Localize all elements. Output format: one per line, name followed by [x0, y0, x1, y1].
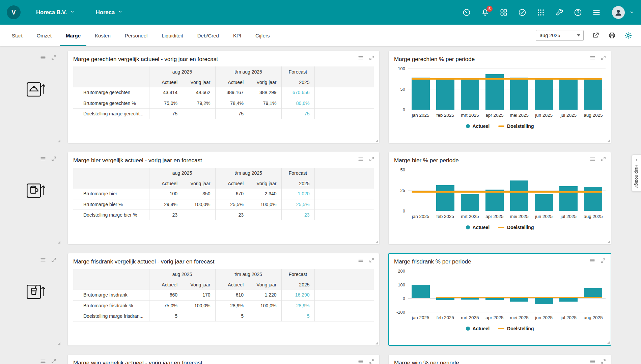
table-header-cell [314, 66, 374, 77]
card-expand-button[interactable] [368, 358, 375, 364]
card-expand-button[interactable] [600, 156, 607, 162]
collapse-chevron-icon: ‹ [636, 157, 638, 162]
card-menu-button[interactable] [40, 156, 46, 162]
card-menu-button[interactable] [40, 257, 46, 263]
resize-handle[interactable] [375, 241, 378, 243]
tab-deb-cred[interactable]: Deb/Cred [190, 25, 226, 46]
card-menu-button[interactable] [358, 156, 364, 162]
tab-kosten[interactable]: Kosten [88, 25, 118, 46]
settings-button[interactable] [624, 31, 632, 39]
tab-kpi[interactable]: KPI [226, 25, 248, 46]
tab-personeel[interactable]: Personeel [118, 25, 155, 46]
table-cell [248, 209, 281, 220]
card-menu-button[interactable] [358, 257, 364, 263]
row-label: Brutomarge frisdrank [73, 290, 149, 300]
card-menu-button[interactable] [358, 358, 364, 364]
tasks-button[interactable] [518, 8, 527, 17]
table-cell [314, 209, 374, 220]
card-expand-button[interactable] [51, 156, 57, 162]
card-menu-button[interactable] [589, 257, 595, 264]
avatar-button[interactable] [612, 6, 625, 19]
resize-handle[interactable] [607, 341, 610, 344]
period-selector[interactable]: aug 2025 [536, 30, 584, 41]
card-menu-button[interactable] [589, 156, 596, 162]
layout-grid-icon [499, 8, 508, 17]
widget-icon-tile [23, 51, 61, 143]
tab-start[interactable]: Start [5, 25, 30, 46]
table-cell [248, 108, 281, 119]
legend-item-actueel[interactable]: Actueel [466, 326, 490, 331]
comparison-table: aug 2025t/m aug 2025ForecastActueelVorig… [73, 168, 374, 220]
resize-handle[interactable] [58, 140, 60, 142]
resize-handle[interactable] [58, 241, 60, 244]
card-menu-button[interactable] [589, 358, 596, 364]
card-expand-button[interactable] [368, 257, 375, 263]
card-expand-button[interactable] [368, 156, 375, 162]
dropdown-caret-icon [577, 34, 580, 36]
card-menu-button[interactable] [589, 55, 596, 61]
tab-marge[interactable]: Marge [59, 25, 88, 46]
card-expand-button[interactable] [368, 55, 375, 61]
table-row: Brutomarge frisdrank6601706101.22016.290 [73, 290, 374, 300]
help-tab[interactable]: ‹ Hulp nodig? [632, 155, 641, 192]
dashboard-selector[interactable]: Horeca [96, 9, 123, 16]
card-menu-button[interactable] [40, 358, 46, 364]
tools-button[interactable] [555, 8, 564, 17]
target-line [436, 297, 603, 298]
card-expand-button[interactable] [600, 55, 607, 61]
card-expand-button[interactable] [51, 257, 57, 263]
help-button[interactable] [574, 8, 582, 17]
gridline [408, 271, 606, 271]
resize-handle[interactable] [58, 342, 60, 345]
tab-liquiditeit[interactable]: Liquiditeit [155, 25, 190, 46]
share-button[interactable] [592, 31, 600, 39]
table-cell [248, 311, 281, 321]
x-tick-label: aug 2025 [581, 315, 606, 320]
y-tick-label: 0 [403, 107, 405, 112]
y-tick-label: 200 [398, 269, 405, 274]
company-selector[interactable]: Horeca B.V. [36, 9, 75, 16]
legend-item-doelstelling[interactable]: Doelstelling [498, 225, 534, 230]
table-header-cell: Actueel [149, 178, 182, 189]
wrench-icon [555, 8, 564, 17]
bar [535, 194, 553, 211]
menu-button[interactable] [592, 8, 601, 17]
resize-handle[interactable] [607, 139, 610, 142]
card-expand-button[interactable] [600, 358, 607, 364]
card-menu-button[interactable] [358, 55, 364, 61]
card-expand-button[interactable] [51, 358, 57, 364]
resize-handle[interactable] [607, 241, 610, 243]
legend-item-actueel[interactable]: Actueel [466, 225, 490, 230]
layout-button[interactable] [499, 8, 508, 17]
expand-icon [51, 257, 57, 263]
card-menu-button[interactable] [40, 54, 46, 61]
bar [559, 186, 578, 211]
legend-label: Actueel [473, 123, 490, 129]
table-cell [314, 290, 374, 300]
x-tick-label: feb 2025 [433, 214, 457, 219]
expand-icon [600, 358, 607, 364]
app-logo[interactable]: V [7, 5, 21, 19]
tab-omzet[interactable]: Omzet [30, 25, 59, 46]
legend-item-actueel[interactable]: Actueel [466, 123, 490, 129]
print-button[interactable] [608, 31, 616, 39]
avatar-caret-button[interactable] [629, 10, 634, 15]
legend-item-doelstelling[interactable]: Doelstelling [498, 326, 534, 331]
chart-legend: ActueelDoelstelling [394, 123, 606, 129]
card-expand-button[interactable] [600, 257, 606, 264]
tab-cijfers[interactable]: Cijfers [248, 25, 277, 46]
card-menu-icon [589, 257, 595, 264]
card-expand-button[interactable] [51, 54, 57, 61]
resize-handle[interactable] [375, 342, 378, 344]
apps-button[interactable] [536, 8, 545, 17]
card-menu-icon [589, 55, 596, 61]
resize-handle[interactable] [375, 139, 378, 142]
notifications-button[interactable]: 5 [481, 8, 490, 17]
table-cell [314, 87, 374, 98]
gauge-button[interactable] [462, 8, 471, 17]
table-header-cell: Vorig jaar [182, 77, 215, 87]
chevron-down-icon [629, 10, 634, 15]
legend-item-doelstelling[interactable]: Doelstelling [498, 123, 534, 129]
table-card-title: Marge gerechten vergelijk actueel - vori… [73, 56, 374, 63]
table-header-cell: Vorig jaar [248, 279, 281, 290]
